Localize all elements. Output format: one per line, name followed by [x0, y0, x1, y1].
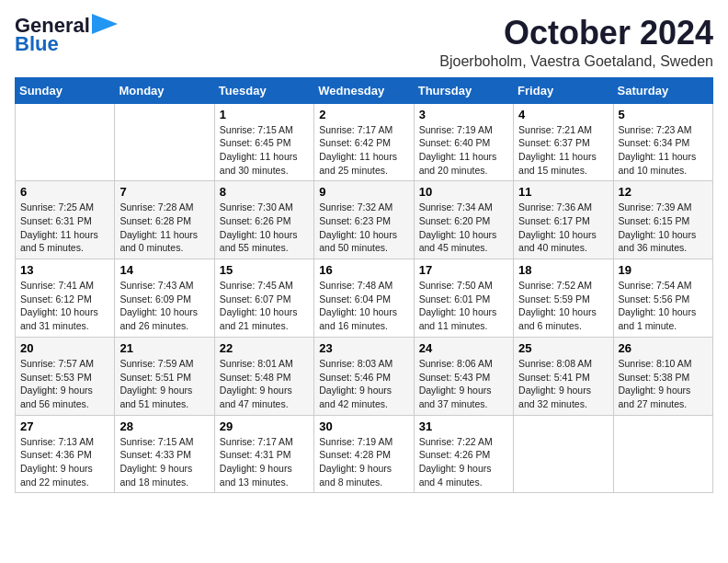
day-detail: Sunrise: 7:13 AM Sunset: 4:36 PM Dayligh… — [20, 435, 109, 489]
day-number: 4 — [518, 108, 608, 121]
day-detail: Sunrise: 7:54 AM Sunset: 5:56 PM Dayligh… — [619, 279, 708, 333]
day-number: 3 — [419, 108, 508, 121]
calendar-cell: 11Sunrise: 7:36 AM Sunset: 6:17 PM Dayli… — [514, 181, 613, 259]
calendar-cell: 1Sunrise: 7:15 AM Sunset: 6:45 PM Daylig… — [214, 103, 313, 181]
day-detail: Sunrise: 7:43 AM Sunset: 6:09 PM Dayligh… — [119, 279, 209, 333]
day-number: 18 — [518, 263, 608, 277]
calendar-cell: 23Sunrise: 8:03 AM Sunset: 5:46 PM Dayli… — [314, 337, 414, 415]
day-number: 5 — [619, 108, 708, 121]
calendar-cell: 27Sunrise: 7:13 AM Sunset: 4:36 PM Dayli… — [16, 415, 115, 493]
day-detail: Sunrise: 7:15 AM Sunset: 4:33 PM Dayligh… — [119, 435, 209, 489]
day-detail: Sunrise: 8:06 AM Sunset: 5:43 PM Dayligh… — [419, 357, 508, 411]
calendar-cell: 5Sunrise: 7:23 AM Sunset: 6:34 PM Daylig… — [613, 103, 712, 181]
week-row-2: 6Sunrise: 7:25 AM Sunset: 6:31 PM Daylig… — [16, 181, 713, 259]
calendar-cell: 21Sunrise: 7:59 AM Sunset: 5:51 PM Dayli… — [115, 337, 214, 415]
calendar-cell: 8Sunrise: 7:30 AM Sunset: 6:26 PM Daylig… — [214, 181, 313, 259]
day-number: 7 — [119, 185, 209, 199]
calendar-cell: 3Sunrise: 7:19 AM Sunset: 6:40 PM Daylig… — [414, 103, 513, 181]
day-number: 16 — [319, 263, 408, 277]
calendar-cell: 12Sunrise: 7:39 AM Sunset: 6:15 PM Dayli… — [613, 181, 712, 259]
day-detail: Sunrise: 7:45 AM Sunset: 6:07 PM Dayligh… — [220, 279, 309, 333]
day-number: 1 — [220, 108, 309, 121]
day-detail: Sunrise: 7:59 AM Sunset: 5:51 PM Dayligh… — [119, 357, 209, 411]
calendar-cell: 31Sunrise: 7:22 AM Sunset: 4:26 PM Dayli… — [414, 415, 513, 493]
day-detail: Sunrise: 7:21 AM Sunset: 6:37 PM Dayligh… — [518, 123, 608, 178]
logo-arrow-icon — [92, 14, 118, 34]
day-number: 17 — [419, 263, 508, 277]
title-area: October 2024 Bjoerboholm, Vaestra Goetal… — [439, 15, 713, 70]
svg-marker-0 — [92, 14, 118, 34]
calendar-cell: 10Sunrise: 7:34 AM Sunset: 6:20 PM Dayli… — [414, 181, 513, 259]
day-detail: Sunrise: 7:39 AM Sunset: 6:15 PM Dayligh… — [619, 201, 708, 255]
calendar-cell: 13Sunrise: 7:41 AM Sunset: 6:12 PM Dayli… — [16, 259, 115, 338]
day-detail: Sunrise: 7:36 AM Sunset: 6:17 PM Dayligh… — [518, 201, 608, 255]
week-row-4: 20Sunrise: 7:57 AM Sunset: 5:53 PM Dayli… — [16, 337, 713, 415]
day-number: 20 — [20, 341, 109, 355]
day-detail: Sunrise: 7:57 AM Sunset: 5:53 PM Dayligh… — [20, 357, 109, 411]
day-detail: Sunrise: 8:03 AM Sunset: 5:46 PM Dayligh… — [319, 357, 408, 411]
day-detail: Sunrise: 7:19 AM Sunset: 6:40 PM Dayligh… — [419, 123, 508, 178]
day-number: 21 — [119, 341, 209, 355]
day-number: 25 — [518, 341, 608, 355]
day-detail: Sunrise: 8:08 AM Sunset: 5:41 PM Dayligh… — [518, 357, 608, 411]
calendar-cell — [16, 103, 115, 181]
day-detail: Sunrise: 8:10 AM Sunset: 5:38 PM Dayligh… — [619, 357, 708, 411]
week-row-3: 13Sunrise: 7:41 AM Sunset: 6:12 PM Dayli… — [16, 259, 713, 338]
weekday-header-wednesday: Wednesday — [314, 77, 414, 103]
day-detail: Sunrise: 7:17 AM Sunset: 6:42 PM Dayligh… — [319, 123, 408, 178]
day-detail: Sunrise: 7:25 AM Sunset: 6:31 PM Dayligh… — [20, 201, 109, 255]
day-number: 31 — [419, 419, 508, 433]
calendar-cell: 19Sunrise: 7:54 AM Sunset: 5:56 PM Dayli… — [613, 259, 712, 338]
weekday-header-tuesday: Tuesday — [214, 77, 313, 103]
day-detail: Sunrise: 7:28 AM Sunset: 6:28 PM Dayligh… — [119, 201, 209, 255]
calendar-cell: 4Sunrise: 7:21 AM Sunset: 6:37 PM Daylig… — [514, 103, 613, 181]
logo-blue-text: Blue — [15, 33, 59, 55]
calendar-cell — [514, 415, 613, 493]
day-number: 27 — [20, 419, 109, 433]
weekday-header-monday: Monday — [115, 77, 214, 103]
calendar-cell: 7Sunrise: 7:28 AM Sunset: 6:28 PM Daylig… — [115, 181, 214, 259]
day-number: 10 — [419, 185, 508, 199]
calendar-cell: 25Sunrise: 8:08 AM Sunset: 5:41 PM Dayli… — [514, 337, 613, 415]
day-detail: Sunrise: 8:01 AM Sunset: 5:48 PM Dayligh… — [220, 357, 309, 411]
location-title: Bjoerboholm, Vaestra Goetaland, Sweden — [439, 53, 713, 70]
day-detail: Sunrise: 7:32 AM Sunset: 6:23 PM Dayligh… — [319, 201, 408, 255]
day-number: 6 — [20, 185, 109, 199]
calendar-cell: 29Sunrise: 7:17 AM Sunset: 4:31 PM Dayli… — [214, 415, 313, 493]
day-detail: Sunrise: 7:30 AM Sunset: 6:26 PM Dayligh… — [220, 201, 309, 255]
calendar-cell: 16Sunrise: 7:48 AM Sunset: 6:04 PM Dayli… — [314, 259, 414, 338]
day-number: 26 — [619, 341, 708, 355]
weekday-header-thursday: Thursday — [414, 77, 513, 103]
calendar-cell — [115, 103, 214, 181]
day-detail: Sunrise: 7:22 AM Sunset: 4:26 PM Dayligh… — [419, 435, 508, 489]
week-row-5: 27Sunrise: 7:13 AM Sunset: 4:36 PM Dayli… — [16, 415, 713, 493]
calendar-table: SundayMondayTuesdayWednesdayThursdayFrid… — [15, 77, 713, 494]
day-detail: Sunrise: 7:15 AM Sunset: 6:45 PM Dayligh… — [220, 123, 309, 178]
week-row-1: 1Sunrise: 7:15 AM Sunset: 6:45 PM Daylig… — [16, 103, 713, 181]
calendar-cell: 9Sunrise: 7:32 AM Sunset: 6:23 PM Daylig… — [314, 181, 414, 259]
day-number: 15 — [220, 263, 309, 277]
day-number: 14 — [119, 263, 209, 277]
day-number: 30 — [319, 419, 408, 433]
day-number: 9 — [319, 185, 408, 199]
day-number: 22 — [220, 341, 309, 355]
day-number: 23 — [319, 341, 408, 355]
calendar-cell: 26Sunrise: 8:10 AM Sunset: 5:38 PM Dayli… — [613, 337, 712, 415]
calendar-cell — [613, 415, 712, 493]
weekday-header-row: SundayMondayTuesdayWednesdayThursdayFrid… — [16, 77, 713, 103]
calendar-cell: 6Sunrise: 7:25 AM Sunset: 6:31 PM Daylig… — [16, 181, 115, 259]
day-number: 19 — [619, 263, 708, 277]
day-number: 24 — [419, 341, 508, 355]
calendar-cell: 15Sunrise: 7:45 AM Sunset: 6:07 PM Dayli… — [214, 259, 313, 338]
day-detail: Sunrise: 7:19 AM Sunset: 4:28 PM Dayligh… — [319, 435, 408, 489]
header: General Blue October 2024 Bjoerboholm, V… — [15, 15, 713, 70]
weekday-header-sunday: Sunday — [16, 77, 115, 103]
day-detail: Sunrise: 7:52 AM Sunset: 5:59 PM Dayligh… — [518, 279, 608, 333]
calendar-cell: 24Sunrise: 8:06 AM Sunset: 5:43 PM Dayli… — [414, 337, 513, 415]
calendar-cell: 30Sunrise: 7:19 AM Sunset: 4:28 PM Dayli… — [314, 415, 414, 493]
weekday-header-friday: Friday — [514, 77, 613, 103]
logo: General Blue — [15, 15, 118, 55]
calendar-cell: 20Sunrise: 7:57 AM Sunset: 5:53 PM Dayli… — [16, 337, 115, 415]
day-detail: Sunrise: 7:50 AM Sunset: 6:01 PM Dayligh… — [419, 279, 508, 333]
calendar-body: 1Sunrise: 7:15 AM Sunset: 6:45 PM Daylig… — [16, 103, 713, 493]
